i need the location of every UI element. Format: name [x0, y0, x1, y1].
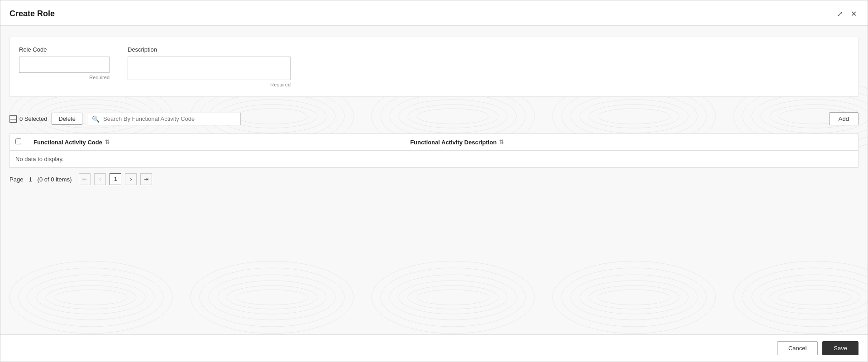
select-all-checkbox[interactable]: —: [10, 115, 17, 123]
modal-footer: Cancel Save: [0, 334, 868, 362]
add-button[interactable]: Add: [829, 112, 858, 125]
next-page-button[interactable]: ›: [125, 173, 137, 185]
no-data-cell: No data to display.: [10, 151, 858, 167]
last-page-button[interactable]: ⇥: [140, 173, 152, 185]
col-fad-header: Functional Activity Description ⇅: [405, 134, 858, 151]
form-row: Role Code Required Description Required: [10, 37, 858, 97]
fad-sort-icon[interactable]: ⇅: [499, 139, 504, 145]
data-table-wrapper: Functional Activity Code ⇅ Functional Ac…: [10, 133, 858, 168]
header-checkbox[interactable]: [15, 138, 21, 144]
select-indicator: — 0 Selected: [10, 115, 47, 123]
role-code-hint: Required: [19, 75, 110, 80]
no-data-row: No data to display.: [10, 151, 858, 167]
checkbox-dash-icon: —: [10, 115, 16, 122]
role-code-group: Role Code Required: [19, 46, 110, 87]
description-hint: Required: [128, 82, 291, 87]
prev-page-button[interactable]: ‹: [94, 173, 106, 185]
pagination: Page 1 (0 of 0 items) ⇤ ‹ 1 › ⇥: [10, 168, 858, 191]
description-label: Description: [128, 46, 291, 53]
table-header-row: Functional Activity Code ⇅ Functional Ac…: [10, 134, 858, 151]
cancel-button[interactable]: Cancel: [777, 341, 818, 355]
role-code-input[interactable]: [19, 57, 110, 73]
data-table: Functional Activity Code ⇅ Functional Ac…: [10, 134, 858, 167]
col-fac-header: Functional Activity Code ⇅: [28, 134, 405, 151]
table-toolbar: — 0 Selected Delete 🔍 Add: [10, 108, 858, 130]
table-body: No data to display.: [10, 151, 858, 167]
first-page-button[interactable]: ⇤: [79, 173, 91, 185]
header-actions: ⤢ ✕: [835, 8, 858, 20]
expand-button[interactable]: ⤢: [835, 8, 844, 20]
col-checkbox-header: [10, 134, 28, 151]
items-info: (0 of 0 items): [38, 176, 72, 183]
fac-sort-icon[interactable]: ⇅: [105, 139, 110, 145]
close-icon: ✕: [851, 10, 857, 18]
page-label: Page: [10, 176, 23, 183]
toolbar-left: — 0 Selected Delete 🔍: [10, 113, 241, 125]
close-button[interactable]: ✕: [849, 8, 858, 20]
save-button[interactable]: Save: [822, 341, 858, 355]
search-icon: 🔍: [92, 115, 100, 123]
selected-count-label: 0 Selected: [19, 115, 47, 122]
description-input[interactable]: [128, 57, 291, 80]
role-code-label: Role Code: [19, 46, 110, 53]
modal-title: Create Role: [10, 9, 55, 19]
search-box: 🔍: [87, 113, 241, 125]
current-page-button[interactable]: 1: [110, 173, 121, 185]
search-input[interactable]: [103, 115, 236, 122]
expand-icon: ⤢: [837, 10, 843, 18]
current-page-number: 1: [29, 176, 32, 183]
fad-col-label: Functional Activity Description: [410, 139, 496, 146]
modal-header: Create Role ⤢ ✕: [0, 0, 868, 26]
delete-button[interactable]: Delete: [52, 113, 82, 125]
description-group: Description Required: [128, 46, 291, 87]
fac-col-label: Functional Activity Code: [33, 139, 102, 146]
modal-body: Role Code Required Description Required …: [0, 26, 868, 334]
create-role-modal: Create Role ⤢ ✕ Role Code Required Descr…: [0, 0, 868, 362]
table-head: Functional Activity Code ⇅ Functional Ac…: [10, 134, 858, 151]
